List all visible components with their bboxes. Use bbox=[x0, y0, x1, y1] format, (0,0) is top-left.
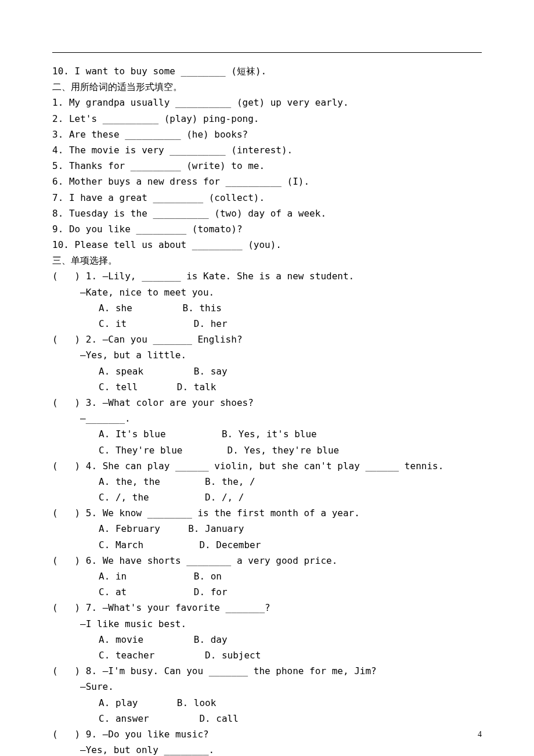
s2-q2: 2. Let's __________ (play) ping-pong. bbox=[52, 111, 482, 127]
page: 10. I want to buy some ________ (短袜). 二、… bbox=[0, 0, 534, 756]
s2-q6: 6. Mother buys a new dress for _________… bbox=[52, 174, 482, 189]
top-rule bbox=[52, 52, 482, 53]
s3-q3-stem2: —_______. bbox=[52, 411, 482, 426]
s3-q7-row1: A. movie B. day bbox=[52, 632, 482, 647]
s3-q4-row1: A. the, the B. the, / bbox=[52, 474, 482, 489]
s3-q2-stem: ( ) 2. —Can you _______ English? bbox=[52, 332, 482, 347]
s3-q7-row2: C. teacher D. subject bbox=[52, 647, 482, 663]
s3-q3-row2: C. They're blue D. Yes, they're blue bbox=[52, 442, 482, 458]
s2-q7: 7. I have a great _________ (collect). bbox=[52, 190, 482, 206]
s3-q2-stem2: —Yes, but a little. bbox=[52, 347, 482, 363]
s2-q3: 3. Are these __________ (he) books? bbox=[52, 127, 482, 142]
s3-title: 三、单项选择。 bbox=[52, 253, 482, 268]
s3-q8-stem2: —Sure. bbox=[52, 679, 482, 694]
s3-q1-stem2: —Kate, nice to meet you. bbox=[52, 285, 482, 300]
s3-q8-row2: C. answer D. call bbox=[52, 711, 482, 726]
s3-q8-row1: A. play B. look bbox=[52, 695, 482, 711]
s3-q7-stem: ( ) 7. —What's your favorite _______? bbox=[52, 600, 482, 615]
s3-q6-stem: ( ) 6. We have shorts ________ a very go… bbox=[52, 553, 482, 568]
s3-q2-row1: A. speak B. say bbox=[52, 363, 482, 379]
s3-q9-stem2: —Yes, but only ________. bbox=[52, 742, 482, 756]
s3-q2-row2: C. tell D. talk bbox=[52, 379, 482, 395]
s3-q1-row2: C. it D. her bbox=[52, 316, 482, 332]
page-number: 4 bbox=[478, 728, 482, 741]
s2-q5: 5. Thanks for _________ (write) to me. bbox=[52, 158, 482, 174]
s3-q8-stem: ( ) 8. —I'm busy. Can you _______ the ph… bbox=[52, 663, 482, 679]
s2-q8: 8. Tuesday is the __________ (two) day o… bbox=[52, 206, 482, 221]
s3-q6-row2: C. at D. for bbox=[52, 584, 482, 600]
s3-q4-stem: ( ) 4. She can play ______ violin, but s… bbox=[52, 458, 482, 474]
s2-q4: 4. The movie is very __________ (interes… bbox=[52, 142, 482, 158]
s3-q1-row1: A. she B. this bbox=[52, 300, 482, 316]
s1-q10: 10. I want to buy some ________ (短袜). bbox=[52, 63, 482, 79]
s3-q7-stem2: —I like music best. bbox=[52, 616, 482, 632]
s2-q1: 1. My grandpa usually __________ (get) u… bbox=[52, 95, 482, 110]
s3-q4-row2: C. /, the D. /, / bbox=[52, 489, 482, 505]
s3-q3-row1: A. It's blue B. Yes, it's blue bbox=[52, 426, 482, 442]
s3-q5-row2: C. March D. December bbox=[52, 537, 482, 553]
s3-q5-row1: A. February B. January bbox=[52, 521, 482, 537]
s3-q5-stem: ( ) 5. We know ________ is the first mon… bbox=[52, 505, 482, 521]
s3-q3-stem: ( ) 3. —What color are your shoes? bbox=[52, 395, 482, 411]
s2-q9: 9. Do you like _________ (tomato)? bbox=[52, 221, 482, 237]
s3-q6-row1: A. in B. on bbox=[52, 568, 482, 584]
s2-q10: 10. Please tell us about _________ (you)… bbox=[52, 237, 482, 253]
s3-q1-stem: ( ) 1. —Lily, _______ is Kate. She is a … bbox=[52, 268, 482, 284]
s2-title: 二、用所给词的适当形式填空。 bbox=[52, 79, 482, 95]
s3-q9-stem: ( ) 9. —Do you like music? bbox=[52, 726, 482, 742]
